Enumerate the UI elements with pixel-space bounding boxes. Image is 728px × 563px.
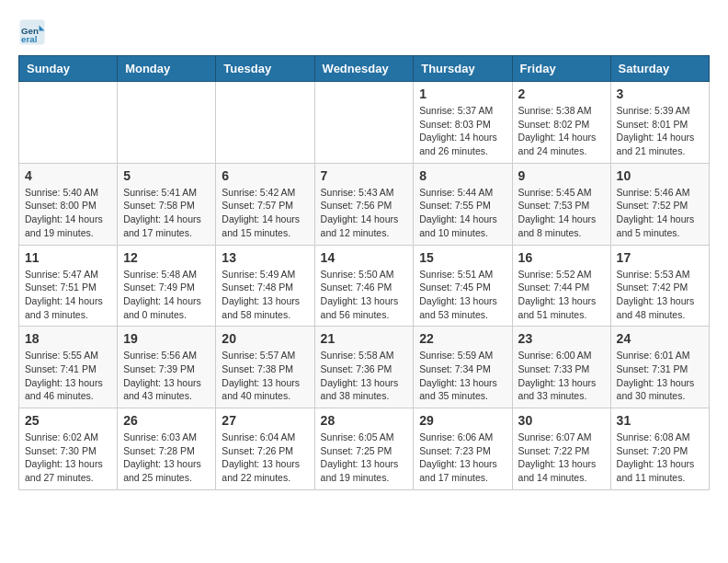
calendar-cell: 26Sunrise: 6:03 AM Sunset: 7:28 PM Dayli… (118, 408, 216, 490)
calendar-cell (216, 82, 314, 164)
day-number: 21 (321, 331, 408, 346)
day-info: Sunrise: 5:50 AM Sunset: 7:46 PM Dayligh… (321, 268, 408, 322)
calendar-cell: 19Sunrise: 5:56 AM Sunset: 7:39 PM Dayli… (118, 327, 216, 408)
calendar-cell: 1Sunrise: 5:37 AM Sunset: 8:03 PM Daylig… (414, 82, 512, 164)
day-info: Sunrise: 5:58 AM Sunset: 7:36 PM Dayligh… (321, 349, 408, 403)
day-info: Sunrise: 5:41 AM Sunset: 7:58 PM Dayligh… (123, 186, 210, 240)
calendar-cell (118, 82, 216, 164)
day-info: Sunrise: 6:00 AM Sunset: 7:33 PM Dayligh… (518, 349, 605, 403)
day-number: 20 (222, 331, 308, 346)
day-info: Sunrise: 5:39 AM Sunset: 8:01 PM Dayligh… (617, 104, 703, 158)
day-info: Sunrise: 5:47 AM Sunset: 7:51 PM Dayligh… (25, 268, 111, 322)
calendar-cell: 11Sunrise: 5:47 AM Sunset: 7:51 PM Dayli… (19, 245, 118, 327)
page-header: Gen eral (18, 18, 710, 46)
day-number: 7 (321, 168, 408, 183)
day-number: 27 (222, 413, 308, 428)
calendar-week-row: 11Sunrise: 5:47 AM Sunset: 7:51 PM Dayli… (19, 245, 710, 327)
day-info: Sunrise: 6:07 AM Sunset: 7:22 PM Dayligh… (518, 431, 605, 485)
calendar-cell: 22Sunrise: 5:59 AM Sunset: 7:34 PM Dayli… (414, 327, 512, 408)
day-number: 12 (123, 250, 210, 265)
day-info: Sunrise: 5:38 AM Sunset: 8:02 PM Dayligh… (518, 104, 605, 158)
day-info: Sunrise: 6:02 AM Sunset: 7:30 PM Dayligh… (25, 431, 111, 485)
day-number: 18 (25, 331, 111, 346)
day-number: 31 (617, 413, 703, 428)
day-info: Sunrise: 5:40 AM Sunset: 8:00 PM Dayligh… (25, 186, 111, 240)
day-info: Sunrise: 6:06 AM Sunset: 7:23 PM Dayligh… (419, 431, 506, 485)
calendar-cell: 17Sunrise: 5:53 AM Sunset: 7:42 PM Dayli… (610, 245, 709, 327)
day-number: 13 (222, 250, 308, 265)
day-number: 17 (617, 250, 703, 265)
calendar-cell: 13Sunrise: 5:49 AM Sunset: 7:48 PM Dayli… (216, 245, 314, 327)
day-info: Sunrise: 5:44 AM Sunset: 7:55 PM Dayligh… (419, 186, 506, 240)
column-header-wednesday: Wednesday (314, 56, 414, 82)
calendar-cell: 8Sunrise: 5:44 AM Sunset: 7:55 PM Daylig… (414, 163, 512, 245)
day-number: 25 (25, 413, 111, 428)
day-number: 4 (25, 168, 111, 183)
day-info: Sunrise: 6:08 AM Sunset: 7:20 PM Dayligh… (617, 431, 703, 485)
calendar-table: SundayMondayTuesdayWednesdayThursdayFrid… (18, 55, 710, 490)
day-info: Sunrise: 6:05 AM Sunset: 7:25 PM Dayligh… (321, 431, 408, 485)
day-number: 30 (518, 413, 605, 428)
calendar-cell (314, 82, 414, 164)
calendar-cell: 2Sunrise: 5:38 AM Sunset: 8:02 PM Daylig… (512, 82, 610, 164)
calendar-week-row: 25Sunrise: 6:02 AM Sunset: 7:30 PM Dayli… (19, 408, 710, 490)
calendar-cell: 23Sunrise: 6:00 AM Sunset: 7:33 PM Dayli… (512, 327, 610, 408)
day-info: Sunrise: 5:45 AM Sunset: 7:53 PM Dayligh… (518, 186, 605, 240)
day-info: Sunrise: 5:57 AM Sunset: 7:38 PM Dayligh… (222, 349, 308, 403)
day-info: Sunrise: 5:46 AM Sunset: 7:52 PM Dayligh… (617, 186, 703, 240)
logo-icon: Gen eral (18, 18, 46, 46)
calendar-cell: 14Sunrise: 5:50 AM Sunset: 7:46 PM Dayli… (314, 245, 414, 327)
calendar-week-row: 1Sunrise: 5:37 AM Sunset: 8:03 PM Daylig… (19, 82, 710, 164)
day-number: 22 (419, 331, 506, 346)
column-header-friday: Friday (512, 56, 610, 82)
day-number: 8 (419, 168, 506, 183)
calendar-cell: 27Sunrise: 6:04 AM Sunset: 7:26 PM Dayli… (216, 408, 314, 490)
day-number: 9 (518, 168, 605, 183)
day-info: Sunrise: 5:42 AM Sunset: 7:57 PM Dayligh… (222, 186, 308, 240)
day-number: 23 (518, 331, 605, 346)
calendar-cell: 21Sunrise: 5:58 AM Sunset: 7:36 PM Dayli… (314, 327, 414, 408)
day-info: Sunrise: 5:51 AM Sunset: 7:45 PM Dayligh… (419, 268, 506, 322)
day-info: Sunrise: 5:53 AM Sunset: 7:42 PM Dayligh… (617, 268, 703, 322)
day-info: Sunrise: 5:52 AM Sunset: 7:44 PM Dayligh… (518, 268, 605, 322)
day-number: 1 (419, 86, 506, 101)
day-number: 29 (419, 413, 506, 428)
column-header-saturday: Saturday (610, 56, 709, 82)
calendar-cell: 7Sunrise: 5:43 AM Sunset: 7:56 PM Daylig… (314, 163, 414, 245)
day-number: 19 (123, 331, 210, 346)
column-header-sunday: Sunday (19, 56, 118, 82)
day-number: 5 (123, 168, 210, 183)
calendar-cell: 3Sunrise: 5:39 AM Sunset: 8:01 PM Daylig… (610, 82, 709, 164)
day-info: Sunrise: 5:59 AM Sunset: 7:34 PM Dayligh… (419, 349, 506, 403)
day-info: Sunrise: 5:56 AM Sunset: 7:39 PM Dayligh… (123, 349, 210, 403)
day-number: 14 (321, 250, 408, 265)
column-header-thursday: Thursday (414, 56, 512, 82)
column-header-monday: Monday (118, 56, 216, 82)
day-number: 28 (321, 413, 408, 428)
calendar-cell: 31Sunrise: 6:08 AM Sunset: 7:20 PM Dayli… (610, 408, 709, 490)
day-number: 15 (419, 250, 506, 265)
calendar-cell: 16Sunrise: 5:52 AM Sunset: 7:44 PM Dayli… (512, 245, 610, 327)
day-number: 6 (222, 168, 308, 183)
day-number: 2 (518, 86, 605, 101)
calendar-cell: 12Sunrise: 5:48 AM Sunset: 7:49 PM Dayli… (118, 245, 216, 327)
calendar-cell: 24Sunrise: 6:01 AM Sunset: 7:31 PM Dayli… (610, 327, 709, 408)
calendar-cell: 6Sunrise: 5:42 AM Sunset: 7:57 PM Daylig… (216, 163, 314, 245)
calendar-week-row: 18Sunrise: 5:55 AM Sunset: 7:41 PM Dayli… (19, 327, 710, 408)
day-number: 3 (617, 86, 703, 101)
svg-text:eral: eral (21, 34, 38, 44)
day-number: 10 (617, 168, 703, 183)
day-info: Sunrise: 5:43 AM Sunset: 7:56 PM Dayligh… (321, 186, 408, 240)
calendar-cell: 4Sunrise: 5:40 AM Sunset: 8:00 PM Daylig… (19, 163, 118, 245)
day-info: Sunrise: 5:55 AM Sunset: 7:41 PM Dayligh… (25, 349, 111, 403)
calendar-cell: 25Sunrise: 6:02 AM Sunset: 7:30 PM Dayli… (19, 408, 118, 490)
day-number: 11 (25, 250, 111, 265)
calendar-cell: 30Sunrise: 6:07 AM Sunset: 7:22 PM Dayli… (512, 408, 610, 490)
calendar-cell: 9Sunrise: 5:45 AM Sunset: 7:53 PM Daylig… (512, 163, 610, 245)
day-number: 24 (617, 331, 703, 346)
calendar-cell: 20Sunrise: 5:57 AM Sunset: 7:38 PM Dayli… (216, 327, 314, 408)
day-info: Sunrise: 5:48 AM Sunset: 7:49 PM Dayligh… (123, 268, 210, 322)
calendar-cell: 18Sunrise: 5:55 AM Sunset: 7:41 PM Dayli… (19, 327, 118, 408)
calendar-week-row: 4Sunrise: 5:40 AM Sunset: 8:00 PM Daylig… (19, 163, 710, 245)
day-info: Sunrise: 5:37 AM Sunset: 8:03 PM Dayligh… (419, 104, 506, 158)
